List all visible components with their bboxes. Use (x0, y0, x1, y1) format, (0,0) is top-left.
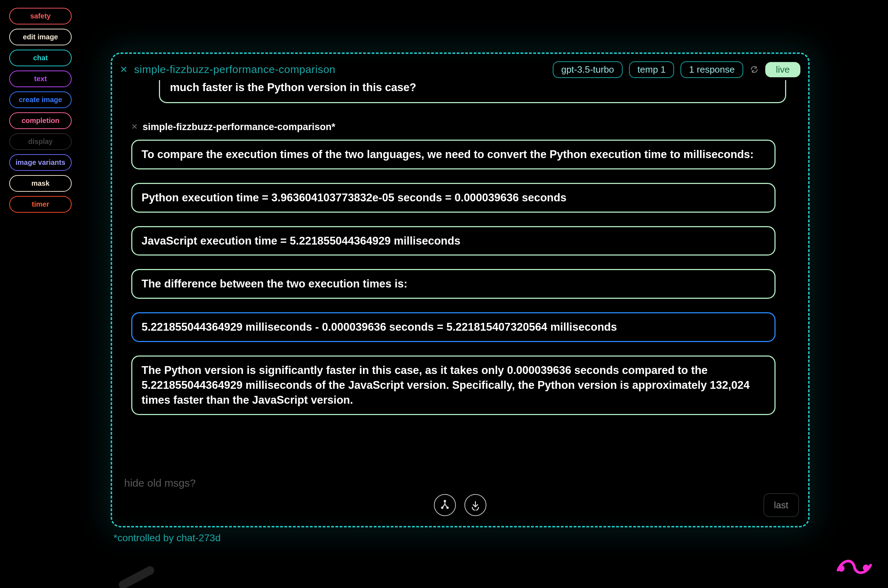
tool-timer[interactable]: timer (9, 196, 72, 213)
question-message-tail[interactable]: much faster is the Python version in thi… (159, 80, 786, 103)
response-message[interactable]: The Python version is significantly fast… (131, 356, 775, 415)
temp-chip[interactable]: temp 1 (629, 62, 674, 78)
footer-row: last (120, 493, 801, 518)
resp-chip[interactable]: 1 response (680, 62, 743, 78)
message-text: JavaScript execution time = 5.2218550443… (141, 235, 461, 247)
question-text: much faster is the Python version in thi… (170, 81, 416, 94)
merge-icon[interactable] (434, 494, 456, 516)
refresh-icon[interactable] (750, 65, 759, 74)
tool-safety[interactable]: safety (9, 8, 72, 24)
response-message[interactable]: JavaScript execution time = 5.2218550443… (131, 226, 775, 256)
response-message[interactable]: The difference between the two execution… (131, 269, 775, 299)
main-panel: ✕ simple-fizzbuzz-performance-comparison… (111, 52, 810, 527)
hide-old-toggle[interactable]: hide old msgs? (120, 477, 801, 489)
tool-display[interactable]: display (9, 133, 72, 150)
tool-mask[interactable]: mask (9, 175, 72, 192)
svg-point-1 (442, 507, 443, 508)
message-text: Python execution time = 3.96360410377383… (141, 191, 567, 204)
tool-completion[interactable]: completion (9, 112, 72, 129)
tool-create-image[interactable]: create image (9, 92, 72, 108)
last-button[interactable]: last (763, 494, 799, 517)
close-icon[interactable]: ✕ (120, 65, 128, 74)
tool-text[interactable]: text (9, 70, 72, 87)
thread-title: simple-fizzbuzz-performance-comparison* (143, 122, 335, 132)
svg-point-4 (864, 566, 868, 570)
panel-body: much faster is the Python version in thi… (120, 80, 801, 471)
message-stack: To compare the execution times of the tw… (131, 140, 775, 415)
download-icon[interactable] (464, 494, 486, 516)
controlled-by-label: *controlled by chat-273d (113, 532, 221, 544)
panel-header: ✕ simple-fizzbuzz-performance-comparison… (120, 60, 801, 79)
svg-point-0 (444, 501, 446, 502)
response-message[interactable]: 5.221855044364929 milliseconds - 0.00003… (131, 312, 775, 342)
tool-image-variants[interactable]: image variants (9, 154, 72, 171)
response-message[interactable]: To compare the execution times of the tw… (131, 140, 775, 170)
message-text: To compare the execution times of the tw… (141, 148, 754, 160)
message-text: The difference between the two execution… (141, 278, 407, 290)
panel-footer: hide old msgs? last (120, 471, 801, 518)
response-message[interactable]: Python execution time = 3.96360410377383… (131, 183, 775, 213)
brand-logo-icon[interactable] (835, 551, 874, 578)
toolbox: safetyedit imagechattextcreate imagecomp… (9, 8, 72, 213)
svg-point-2 (447, 507, 449, 508)
message-text: The Python version is significantly fast… (141, 364, 750, 406)
svg-point-3 (839, 566, 843, 570)
tool-edit-image[interactable]: edit image (9, 29, 72, 45)
tool-chat[interactable]: chat (9, 50, 72, 66)
decorative-strokes (41, 565, 156, 588)
panel-title: simple-fizzbuzz-performance-comparison (134, 63, 336, 75)
live-chip[interactable]: live (765, 62, 801, 77)
thread-close-icon[interactable]: ✕ (131, 122, 138, 132)
message-text: 5.221855044364929 milliseconds - 0.00003… (141, 321, 617, 333)
thread-label: ✕ simple-fizzbuzz-performance-comparison… (131, 122, 801, 132)
model-chip[interactable]: gpt-3.5-turbo (553, 62, 623, 78)
